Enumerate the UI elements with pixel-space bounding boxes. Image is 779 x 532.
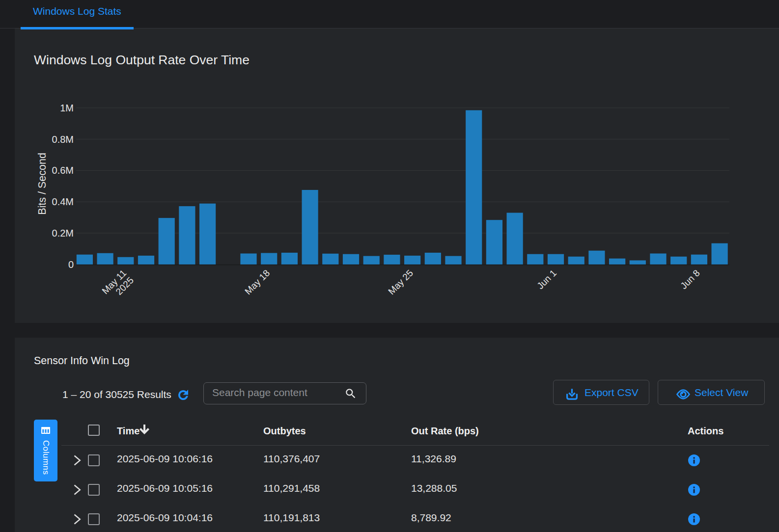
svg-text:May 18: May 18 — [243, 267, 272, 296]
svg-text:0.4M: 0.4M — [52, 196, 74, 207]
svg-text:1M: 1M — [60, 103, 74, 113]
svg-text:Jun 1: Jun 1 — [535, 267, 558, 291]
svg-text:0.8M: 0.8M — [52, 134, 74, 145]
svg-text:May 25: May 25 — [386, 267, 415, 296]
svg-text:0: 0 — [68, 259, 74, 270]
svg-text:Bits / Second: Bits / Second — [36, 153, 48, 215]
svg-text:May 112025: May 112025 — [100, 267, 136, 303]
svg-text:0.6M: 0.6M — [52, 165, 74, 176]
svg-text:0.2M: 0.2M — [52, 228, 74, 239]
svg-text:Jun 8: Jun 8 — [678, 267, 702, 291]
